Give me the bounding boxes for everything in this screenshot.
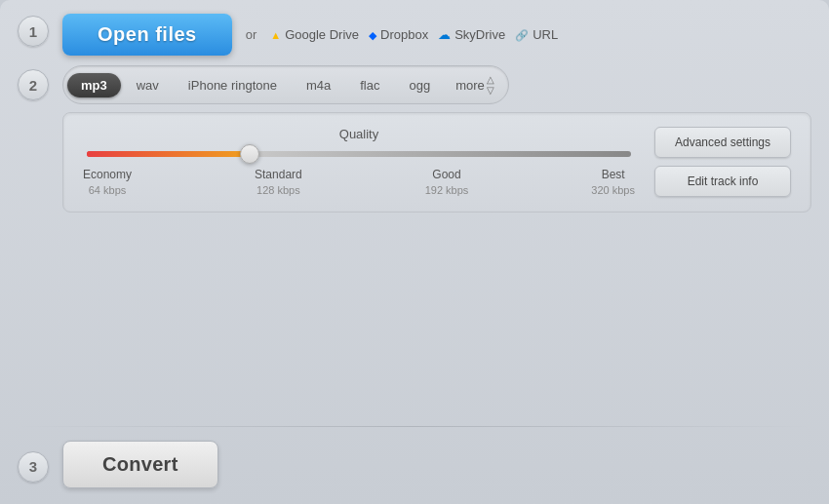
url-link[interactable]: URL [515, 27, 558, 42]
tab-iphone-ringtone[interactable]: iPhone ringtone [175, 73, 291, 97]
step3-circle: 3 [18, 451, 49, 483]
step1-content: Open files or Google Drive Dropbox SkyDr… [62, 14, 558, 56]
quality-labels: Economy 64 kbps Standard 128 kbps Good 1… [83, 167, 635, 198]
quality-label-good: Good 192 kbps [425, 167, 469, 198]
tab-flac[interactable]: flac [346, 73, 393, 97]
step3-number: 3 [29, 458, 37, 475]
quality-kbps-good: 192 kbps [425, 183, 469, 198]
step2-circle: 2 [18, 69, 49, 100]
slider-track-fill [87, 151, 250, 157]
more-label: more [455, 78, 485, 93]
google-drive-link[interactable]: Google Drive [270, 27, 359, 42]
app-container: 1 Open files or Google Drive Dropbox Sky… [0, 0, 829, 504]
step2-number: 2 [29, 77, 37, 94]
dropbox-link[interactable]: Dropbox [369, 27, 428, 42]
skydrive-label: SkyDrive [454, 27, 505, 42]
quality-label-economy: Economy 64 kbps [83, 167, 132, 198]
bottom-separator [18, 426, 811, 427]
step1-circle: 1 [18, 16, 49, 47]
quality-slider-container [83, 151, 635, 157]
quality-name-best: Best [591, 167, 635, 183]
quality-kbps-economy: 64 kbps [83, 183, 132, 198]
step2-row: 2 mp3 wav iPhone ringtone m4a flac ogg m… [18, 65, 811, 412]
quality-name-economy: Economy [83, 167, 132, 183]
tab-more[interactable]: more △▽ [446, 69, 504, 100]
more-arrow-icon: △▽ [487, 74, 494, 96]
quality-kbps-standard: 128 kbps [255, 183, 302, 198]
tab-m4a[interactable]: m4a [293, 73, 344, 97]
quality-label-standard: Standard 128 kbps [255, 167, 302, 198]
quality-name-standard: Standard [255, 167, 302, 183]
quality-title: Quality [83, 127, 635, 141]
url-label: URL [533, 27, 558, 42]
or-text: or [246, 27, 257, 42]
google-drive-label: Google Drive [285, 27, 359, 42]
quality-slider-track [87, 151, 631, 157]
step1-number: 1 [29, 23, 37, 40]
quality-left: Quality Economy 64 kbps Standa [83, 127, 635, 198]
format-tabs: mp3 wav iPhone ringtone m4a flac ogg mor… [62, 65, 509, 104]
skydrive-icon [438, 27, 451, 42]
quality-section: Quality Economy 64 kbps Standa [62, 112, 811, 213]
step3-row: 3 Convert [18, 441, 811, 492]
edit-track-info-button[interactable]: Edit track info [654, 166, 791, 197]
quality-label-best: Best 320 kbps [591, 167, 635, 198]
quality-slider-thumb[interactable] [240, 144, 259, 164]
advanced-settings-button[interactable]: Advanced settings [654, 127, 791, 158]
dropbox-icon [369, 27, 376, 42]
url-icon [515, 27, 529, 42]
tab-wav[interactable]: wav [123, 73, 173, 97]
google-drive-icon [270, 27, 281, 42]
open-files-button[interactable]: Open files [62, 14, 232, 56]
skydrive-link[interactable]: SkyDrive [438, 27, 505, 42]
quality-right: Advanced settings Edit track info [654, 127, 791, 197]
step2-content: mp3 wav iPhone ringtone m4a flac ogg mor… [62, 65, 811, 220]
dropbox-label: Dropbox [380, 27, 428, 42]
step1-row: 1 Open files or Google Drive Dropbox Sky… [18, 12, 811, 56]
cloud-links: Google Drive Dropbox SkyDrive URL [270, 27, 558, 42]
tab-ogg[interactable]: ogg [395, 73, 444, 97]
quality-kbps-best: 320 kbps [591, 183, 635, 198]
quality-name-good: Good [425, 167, 469, 183]
tab-mp3[interactable]: mp3 [67, 73, 121, 97]
convert-button[interactable]: Convert [62, 441, 218, 488]
